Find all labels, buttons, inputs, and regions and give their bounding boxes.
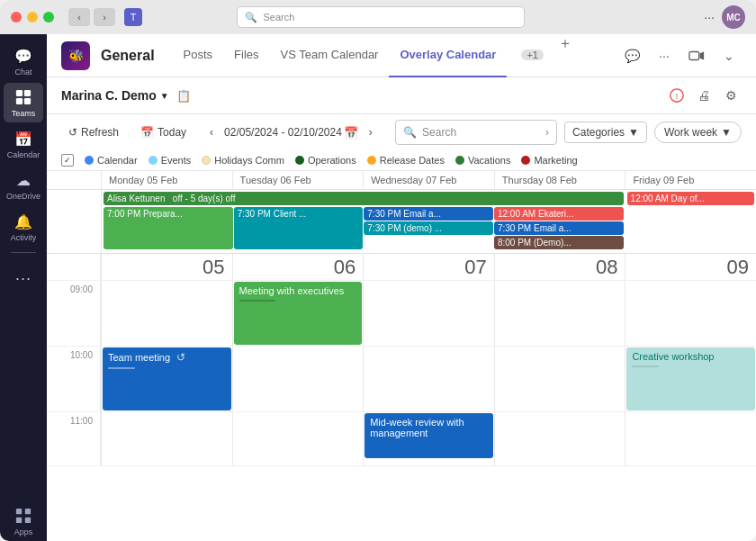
calendar-search-field[interactable]: 🔍 Search › — [395, 120, 557, 145]
global-search-bar[interactable]: 🔍 Search — [237, 6, 525, 28]
event-meeting-executives[interactable]: Meeting with executives — [234, 282, 363, 345]
channel-logo: 🐝 — [61, 41, 90, 70]
cell-wed-1100[interactable]: Mid-week review with management — [363, 412, 494, 465]
apps-icon — [14, 506, 33, 526]
svg-rect-7 — [25, 509, 31, 514]
svg-rect-6 — [16, 509, 22, 514]
sidebar-item-chat[interactable]: 💬 Chat — [4, 41, 43, 81]
channel-header: 🐝 General Posts Files VS Team Calendar O… — [47, 34, 756, 77]
more-icon: ··· — [14, 268, 33, 288]
day-headers: Monday 05 Feb Tuesday 06 Feb Wednesday 0… — [47, 171, 756, 190]
minimize-button[interactable] — [27, 12, 38, 23]
edit-calendar-icon[interactable]: 📋 — [176, 89, 191, 103]
sidebar-label-calendar: Calendar — [7, 150, 40, 159]
cell-thu-1100 — [494, 412, 626, 465]
all-calendar-checkbox[interactable]: ✓ — [61, 154, 74, 167]
event-team-meeting[interactable]: Team meeting ↺ — [103, 347, 231, 410]
more-header-button[interactable]: ··· — [652, 43, 677, 68]
cell-mon-0900 — [101, 281, 232, 346]
time-gutter-header — [47, 171, 101, 189]
close-button[interactable] — [11, 12, 22, 23]
chat-header-button[interactable]: 💬 — [619, 43, 644, 68]
prev-week-button[interactable]: ‹ — [201, 122, 222, 143]
back-button[interactable]: ‹ — [68, 8, 90, 26]
maximize-button[interactable] — [43, 12, 54, 23]
tab-plus[interactable]: +1 — [507, 34, 554, 77]
team-meeting-recurring-icon: ↺ — [176, 351, 185, 364]
event-email-wed[interactable]: 7:30 PM Email a... — [364, 207, 493, 221]
cell-tue-1000 — [232, 347, 364, 411]
search-icon: 🔍 — [245, 12, 257, 23]
teams-app-icon: T — [122, 6, 144, 28]
sidebar-item-more[interactable]: ··· — [4, 258, 43, 298]
search-icon-small: 🔍 — [403, 126, 417, 139]
tab-posts[interactable]: Posts — [173, 34, 224, 77]
legend-dot-events — [148, 156, 158, 165]
cell-tue-0900[interactable]: Meeting with executives — [232, 281, 364, 346]
sidebar-item-activity[interactable]: 🔔 Activity — [4, 207, 43, 247]
cell-fri-1000[interactable]: Creative workshop — [625, 347, 756, 411]
view-selector[interactable]: Work week ▼ — [654, 122, 742, 143]
today-icon: 📅 — [140, 126, 154, 139]
event-email-thu[interactable]: 7:30 PM Email a... — [494, 221, 624, 235]
svg-marker-11 — [700, 51, 705, 59]
cell-thu-1000 — [494, 347, 626, 411]
tab-vs-team-calendar[interactable]: VS Team Calendar — [270, 34, 390, 77]
cell-wed-1000 — [363, 347, 494, 411]
allday-event-alisa[interactable]: Alisa Kettunen off - 5 day(s) off — [104, 192, 624, 205]
tab-files[interactable]: Files — [223, 34, 269, 77]
svg-rect-2 — [16, 90, 22, 96]
all-day-row: Alisa Kettunen off - 5 day(s) off 7:00 P… — [47, 190, 756, 254]
legend-dot-vacations — [455, 156, 464, 165]
more-options-button[interactable]: ··· — [704, 10, 715, 24]
time-gutter-nums — [47, 254, 101, 280]
sidebar-label-activity: Activity — [11, 233, 37, 242]
video-button[interactable] — [684, 43, 709, 68]
sidebar-divider — [11, 252, 36, 253]
expand-button[interactable]: ⌄ — [716, 43, 742, 68]
user-label[interactable]: Marina C. Demo ▼ 📋 — [61, 88, 191, 103]
day-header-mon: Monday 05 Feb — [101, 171, 232, 189]
print-icon[interactable]: 🖨 — [693, 85, 715, 106]
search-submit-icon[interactable]: › — [545, 126, 549, 139]
sidebar-item-onedrive[interactable]: ☁ OneDrive — [4, 166, 43, 205]
time-grid: 05 06 07 08 09 09:00 Meeting with execut… — [47, 254, 756, 541]
event-creative-workshop[interactable]: Creative workshop — [626, 347, 755, 410]
sidebar-item-apps[interactable]: Apps — [4, 501, 43, 541]
categories-button[interactable]: Categories ▼ — [564, 122, 647, 143]
time-label-1000: 10:00 — [47, 347, 101, 411]
allday-event-day[interactable]: 12:00 AM Day of... — [627, 192, 754, 205]
notification-icon[interactable]: ! — [666, 85, 688, 106]
legend-dot-holidays — [202, 156, 211, 165]
cell-thu-0900 — [494, 281, 626, 346]
settings-icon[interactable]: ⚙ — [720, 85, 742, 106]
tab-overlay-calendar[interactable]: Overlay Calendar — [389, 34, 507, 77]
sidebar-label-teams: Teams — [12, 109, 36, 118]
add-tab-button[interactable]: ＋ — [554, 34, 576, 77]
event-demo-wed[interactable]: 7:30 PM (demo) ... — [364, 221, 493, 235]
legend-row: ✓ Calendar Events Holidays Comm — [47, 150, 756, 171]
svg-text:!: ! — [676, 92, 679, 101]
refresh-icon: ↺ — [68, 126, 77, 139]
refresh-button[interactable]: ↺ Refresh — [61, 122, 126, 142]
event-client[interactable]: 7:30 PM Client ... — [234, 207, 364, 249]
event-demo-thu[interactable]: 8:00 PM (Demo)... — [494, 236, 624, 249]
channel-name: General — [101, 48, 155, 64]
today-button[interactable]: 📅 Today — [133, 122, 194, 142]
event-prepara[interactable]: 7:00 PM Prepara... — [104, 207, 233, 249]
sidebar-item-teams[interactable]: Teams — [4, 83, 43, 122]
day-header-tue: Tuesday 06 Feb — [232, 171, 364, 189]
svg-rect-4 — [16, 98, 22, 104]
daynum-mon: 05 — [101, 254, 232, 280]
sidebar-item-calendar[interactable]: 📅 Calendar — [4, 124, 43, 164]
event-midweek-review[interactable]: Mid-week review with management — [364, 413, 493, 458]
search-text: Search — [422, 126, 456, 139]
event-ekateri[interactable]: 12:00 AM Ekateri... — [494, 207, 624, 221]
cell-mon-1000[interactable]: Team meeting ↺ — [101, 347, 232, 411]
forward-button[interactable]: › — [94, 8, 115, 26]
next-week-button[interactable]: › — [360, 122, 382, 143]
user-avatar[interactable]: MC — [722, 5, 745, 29]
calendar-controls: ↺ Refresh 📅 Today ‹ 02/05/2024 - 02/10/2… — [47, 114, 756, 150]
daynum-wed: 07 — [363, 254, 494, 280]
calendar-toolbar: Marina C. Demo ▼ 📋 ! 🖨 ⚙ — [47, 77, 756, 114]
